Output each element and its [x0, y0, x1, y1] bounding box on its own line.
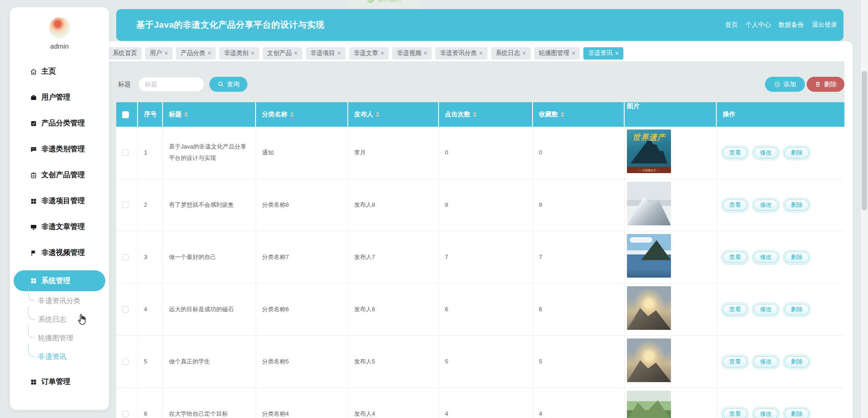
- sidebar-item-heritage-project-mgmt[interactable]: 非遗项目管理: [10, 188, 109, 214]
- query-button-label: 查询: [227, 80, 240, 89]
- tab-heritage-news-category[interactable]: 非遗资讯分类×: [435, 47, 487, 60]
- view-button[interactable]: 查看: [723, 199, 747, 211]
- row-checkbox[interactable]: [122, 411, 128, 417]
- sidebar-item-system-mgmt[interactable]: 系统管理: [14, 270, 105, 291]
- col-publisher[interactable]: 发布人: [348, 102, 439, 127]
- close-icon[interactable]: ×: [479, 50, 483, 56]
- sidebar-item-label: 系统管理: [41, 276, 70, 286]
- sidebar-item-home[interactable]: 主页: [10, 59, 109, 85]
- close-icon[interactable]: ×: [424, 50, 427, 56]
- plus-circle-icon: [774, 81, 781, 88]
- submenu-item-label: 轮播图管理: [38, 333, 74, 343]
- submenu-item-carousel-mgmt[interactable]: 轮播图管理: [10, 329, 109, 348]
- close-icon[interactable]: ×: [615, 50, 618, 56]
- tab-heritage-projects[interactable]: 非遗项目×: [306, 47, 345, 60]
- row-checkbox[interactable]: [122, 149, 128, 156]
- edit-button[interactable]: 修改: [754, 147, 778, 159]
- sidebar-item-order-mgmt[interactable]: 订单管理: [10, 369, 109, 395]
- tab-system-home[interactable]: 系统首页: [108, 47, 142, 60]
- submenu-item-label: 非遗资讯分类: [38, 296, 80, 306]
- col-image: 图片: [625, 102, 717, 127]
- search-input[interactable]: [138, 77, 204, 92]
- row-checkbox[interactable]: [122, 202, 128, 208]
- tab-heritage-videos[interactable]: 非遗视频×: [392, 47, 432, 60]
- add-button[interactable]: 添加: [765, 77, 805, 92]
- view-button[interactable]: 查看: [723, 252, 747, 263]
- close-icon[interactable]: ×: [337, 50, 341, 56]
- close-icon[interactable]: ×: [523, 50, 526, 56]
- data-table: 序号 标题 分类名称 发布人 点击次数 收藏数 图片 操作 1 基于Java的非…: [116, 102, 844, 418]
- tab-system-log[interactable]: 系统日志×: [491, 47, 531, 60]
- sort-icon[interactable]: [290, 112, 294, 117]
- query-button[interactable]: 查询: [209, 77, 247, 92]
- sort-icon[interactable]: [376, 112, 380, 117]
- sidebar-item-heritage-article-mgmt[interactable]: 非遗文章管理: [10, 214, 109, 240]
- table-row: 3 做一个最好的自己 分类名称7 发布人7 7 7 查看 修改 删除: [116, 231, 844, 284]
- view-button[interactable]: 查看: [723, 356, 747, 368]
- delete-row-button[interactable]: 删除: [784, 252, 809, 263]
- delete-row-button[interactable]: 删除: [784, 199, 809, 211]
- delete-button[interactable]: 删除: [807, 77, 844, 92]
- delete-row-button[interactable]: 删除: [784, 147, 809, 159]
- sidebar-item-label: 主页: [41, 67, 56, 76]
- edit-button[interactable]: 修改: [754, 304, 778, 315]
- sidebar-item-cultural-product-mgmt[interactable]: 文创产品管理: [10, 162, 109, 188]
- add-button-label: 添加: [784, 80, 796, 89]
- tab-heritage-articles[interactable]: 非遗文章×: [349, 47, 389, 60]
- submenu-item-heritage-news[interactable]: 非遗资讯: [10, 348, 109, 366]
- sort-icon[interactable]: [473, 112, 477, 117]
- row-image-sunrise-mountain: [627, 286, 671, 330]
- close-icon[interactable]: ×: [164, 50, 168, 56]
- cell-clicks: 5: [439, 336, 533, 388]
- delete-row-button[interactable]: 删除: [784, 304, 809, 315]
- close-icon[interactable]: ×: [294, 50, 298, 56]
- row-checkbox[interactable]: [122, 306, 128, 313]
- close-icon[interactable]: ×: [251, 50, 254, 56]
- sidebar-item-heritage-category-mgmt[interactable]: 非遗类别管理: [10, 136, 109, 162]
- nav-backup-link[interactable]: 数据备份: [779, 21, 804, 29]
- edit-button[interactable]: 修改: [754, 356, 778, 368]
- sidebar-item-product-category-mgmt[interactable]: 产品分类管理: [10, 110, 109, 136]
- col-clicks[interactable]: 点击次数: [439, 102, 533, 127]
- view-button[interactable]: 查看: [723, 147, 747, 159]
- tab-cultural-products[interactable]: 文创产品×: [263, 47, 302, 60]
- tab-heritage-category[interactable]: 非遗类别×: [219, 47, 259, 60]
- close-icon[interactable]: ×: [207, 50, 211, 56]
- col-category[interactable]: 分类名称: [256, 102, 348, 127]
- nav-profile-link[interactable]: 个人中心: [745, 21, 771, 29]
- sidebar-item-user-mgmt[interactable]: 用户管理: [10, 85, 109, 110]
- edit-button[interactable]: 修改: [754, 199, 778, 211]
- edit-button[interactable]: 修改: [754, 252, 778, 263]
- tab-users[interactable]: 用户×: [145, 47, 173, 60]
- row-checkbox[interactable]: [122, 358, 128, 365]
- view-button[interactable]: 查看: [723, 408, 747, 418]
- edit-button[interactable]: 修改: [754, 408, 778, 418]
- tab-label: 文创产品: [267, 49, 292, 57]
- tab-heritage-news[interactable]: 非遗资讯×: [583, 47, 623, 60]
- col-favorites[interactable]: 收藏数: [533, 102, 625, 127]
- scrollbar-thumb[interactable]: [862, 71, 867, 210]
- close-icon[interactable]: ×: [380, 50, 384, 56]
- nav-logout-link[interactable]: 退出登录: [812, 21, 837, 29]
- cell-category: 分类名称5: [256, 336, 348, 388]
- sort-icon[interactable]: [561, 112, 564, 117]
- poster-caption-text: — 中国微名片 —: [638, 167, 660, 173]
- submenu-item-heritage-news-category[interactable]: 非遗资讯分类: [10, 292, 109, 310]
- select-all-checkbox[interactable]: [122, 111, 129, 118]
- tab-product-category[interactable]: 产品分类×: [176, 47, 216, 60]
- delete-row-button[interactable]: 删除: [784, 356, 809, 368]
- trash-icon: [814, 81, 821, 88]
- row-checkbox[interactable]: [122, 254, 128, 260]
- sort-icon[interactable]: [184, 112, 188, 117]
- tab-carousel-mgmt[interactable]: 轮播图管理×: [534, 47, 580, 60]
- sidebar-item-heritage-video-mgmt[interactable]: 非遗视频管理: [10, 240, 109, 266]
- nav-home-link[interactable]: 首页: [725, 21, 738, 29]
- delete-row-button[interactable]: 删除: [784, 408, 809, 418]
- view-button[interactable]: 查看: [723, 304, 747, 315]
- submenu-item-system-log[interactable]: 系统日志: [10, 310, 109, 329]
- scrollbar-track[interactable]: [860, 0, 868, 418]
- close-icon[interactable]: ×: [572, 50, 575, 56]
- cell-num: 1: [138, 127, 163, 179]
- col-title[interactable]: 标题: [163, 102, 256, 127]
- tab-label: 非遗视频: [397, 49, 421, 57]
